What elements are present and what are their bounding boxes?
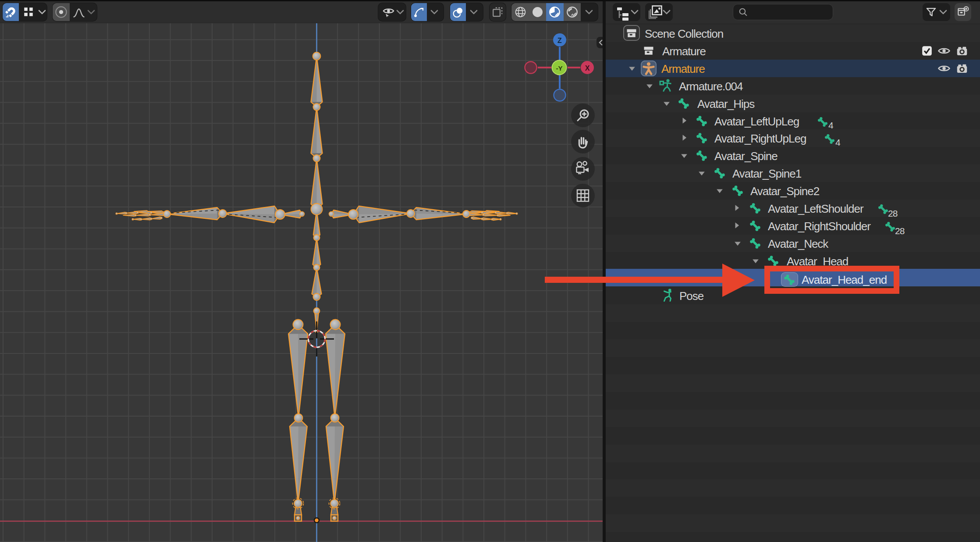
svg-text:Z: Z (557, 37, 562, 44)
svg-text:-Y: -Y (556, 64, 563, 72)
svg-text:X: X (585, 64, 590, 72)
